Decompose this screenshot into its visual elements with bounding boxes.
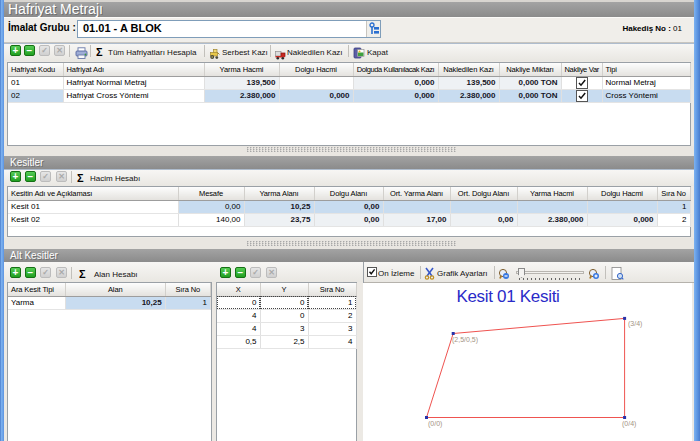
svg-text:(0/4): (0/4) (622, 420, 636, 428)
svg-text:(2,5/0,5): (2,5/0,5) (452, 336, 478, 344)
svg-text:(0/0): (0/0) (428, 420, 442, 428)
svg-text:(3/4): (3/4) (628, 320, 642, 328)
